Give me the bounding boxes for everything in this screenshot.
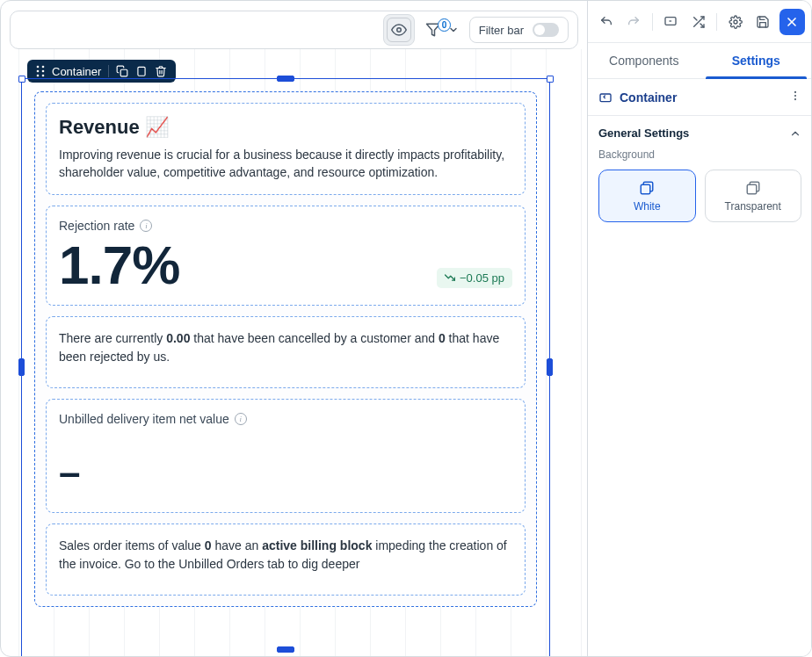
container-icon: [598, 90, 613, 105]
section-general-settings[interactable]: General Settings: [588, 116, 812, 148]
drag-icon[interactable]: [36, 65, 45, 77]
rejection-rate-label: Rejection rate: [59, 219, 134, 233]
present-button[interactable]: [660, 11, 682, 33]
close-panel-button[interactable]: [779, 9, 805, 35]
shuffle-icon: [692, 15, 706, 29]
property-background-label: Background: [588, 148, 812, 170]
stack-icon: [745, 180, 761, 196]
svg-point-15: [734, 20, 737, 24]
header-card[interactable]: Revenue 📈 Improving revenue is crucial f…: [46, 103, 526, 195]
resize-handle-n[interactable]: [277, 76, 294, 82]
svg-point-21: [794, 98, 796, 100]
svg-marker-11: [670, 20, 672, 22]
svg-rect-9: [138, 67, 145, 76]
duplicate-icon[interactable]: [116, 65, 128, 77]
container-dashed-outline[interactable]: Revenue 📈 Improving revenue is crucial f…: [34, 91, 537, 607]
present-icon: [663, 15, 678, 29]
chevron-up-icon: [789, 127, 801, 140]
resize-handle-ne[interactable]: [547, 76, 554, 83]
filter-funnel-button[interactable]: 0: [425, 22, 459, 38]
svg-point-5: [42, 70, 45, 73]
svg-rect-8: [121, 69, 128, 76]
resize-handle-e[interactable]: [547, 358, 553, 376]
undo-icon: [599, 15, 613, 29]
cancelled-text-card[interactable]: There are currently 0.00 that have been …: [46, 316, 526, 388]
svg-line-14: [693, 17, 696, 19]
svg-point-3: [42, 66, 45, 69]
save-icon: [756, 15, 770, 29]
copy-icon[interactable]: [135, 65, 148, 77]
svg-point-4: [37, 70, 40, 73]
unbilled-card[interactable]: Unbilled delivery item net value i –: [46, 399, 526, 513]
info-icon[interactable]: i: [140, 220, 152, 232]
svg-rect-18: [600, 94, 611, 102]
canvas-topbar: 0 Filter bar: [10, 11, 578, 49]
cancelled-paragraph: There are currently 0.00 that have been …: [59, 329, 512, 366]
svg-point-2: [37, 66, 40, 69]
header-description: Improving revenue is crucial for a busin…: [59, 146, 512, 182]
panel-toolbar: [588, 1, 812, 43]
settings-gear-button[interactable]: [724, 11, 746, 33]
panel-tabs: Components Settings: [588, 43, 812, 79]
redo-icon: [627, 15, 641, 29]
filter-bar-label: Filter bar: [479, 24, 524, 37]
resize-handle-w[interactable]: [18, 358, 25, 376]
svg-point-19: [794, 91, 796, 93]
unbilled-value: –: [59, 451, 512, 495]
svg-point-7: [42, 75, 45, 77]
delta-badge: −0.05 pp: [437, 268, 512, 288]
component-name: Container: [620, 90, 677, 105]
eye-icon: [391, 22, 407, 38]
more-button[interactable]: [789, 90, 801, 105]
component-header: Container: [588, 79, 812, 116]
svg-point-6: [37, 75, 40, 77]
unbilled-label: Unbilled delivery item net value: [59, 412, 229, 426]
tab-settings[interactable]: Settings: [700, 43, 813, 78]
svg-point-20: [794, 95, 796, 97]
svg-rect-23: [642, 184, 651, 194]
filter-bar-toggle[interactable]: Filter bar: [469, 17, 569, 43]
resize-handle-s[interactable]: [277, 646, 294, 653]
selection-label: Container: [52, 65, 101, 78]
svg-rect-25: [747, 184, 757, 194]
resize-handle-nw[interactable]: [18, 76, 25, 83]
rejection-rate-card[interactable]: Rejection rate i 1.7% −0.05 pp: [46, 206, 526, 306]
svg-point-0: [396, 28, 401, 32]
gear-icon: [729, 15, 743, 29]
background-option-white[interactable]: White: [598, 170, 696, 222]
stack-icon: [639, 180, 655, 196]
trash-icon[interactable]: [155, 65, 167, 77]
preview-button[interactable]: [383, 14, 415, 46]
close-icon: [785, 15, 799, 29]
kebab-icon: [789, 90, 801, 102]
save-button[interactable]: [752, 11, 774, 33]
billing-block-paragraph: Sales order items of value 0 have an act…: [59, 537, 512, 574]
trend-down-icon: [445, 272, 455, 283]
info-icon[interactable]: i: [235, 413, 247, 425]
shuffle-button[interactable]: [687, 11, 709, 33]
toggle-off-icon[interactable]: [533, 23, 559, 37]
properties-panel: Components Settings Container General Se…: [588, 1, 812, 656]
header-title: Revenue 📈: [59, 116, 512, 139]
background-option-transparent[interactable]: Transparent: [705, 170, 802, 222]
billing-block-text-card[interactable]: Sales order items of value 0 have an act…: [46, 523, 526, 596]
redo-button[interactable]: [622, 11, 644, 33]
undo-button[interactable]: [595, 11, 617, 33]
tab-components[interactable]: Components: [588, 43, 700, 78]
